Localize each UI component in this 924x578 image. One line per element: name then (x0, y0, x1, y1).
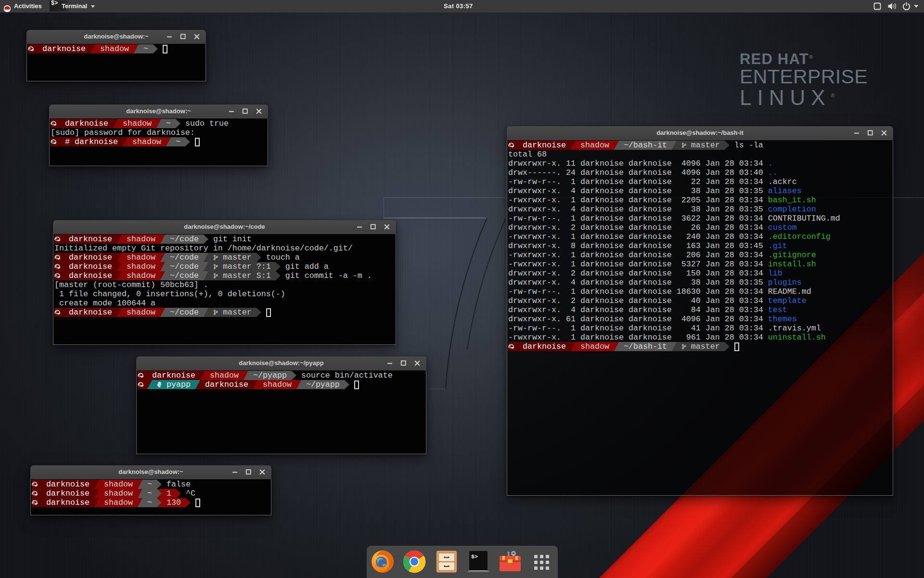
svg-text:$>: $> (51, 0, 58, 7)
svg-text:$>: $> (471, 553, 478, 560)
